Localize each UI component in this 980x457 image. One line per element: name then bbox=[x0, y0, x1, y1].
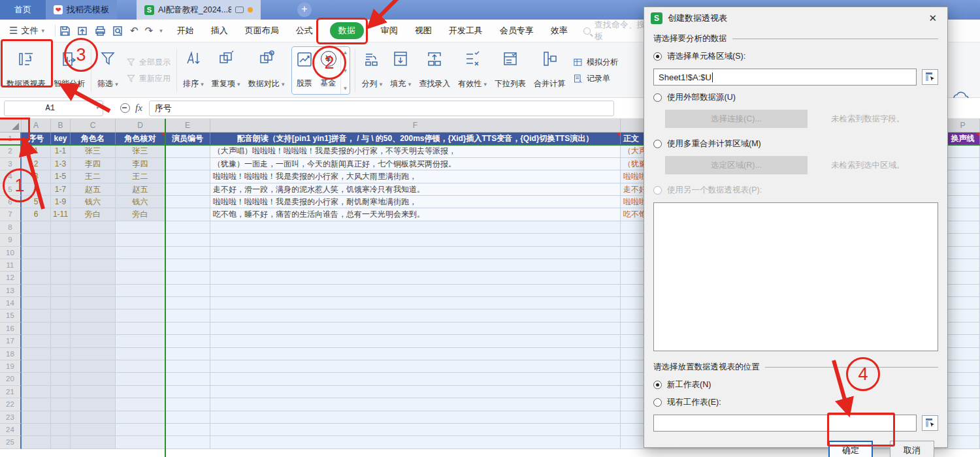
ribbon-tab-数据[interactable]: 数据 bbox=[330, 22, 364, 39]
location-picker-button[interactable] bbox=[922, 415, 938, 431]
cell-F2[interactable]: （大声唱）啦啦啦！啦啦啦！我是卖报的小行家，不等天明去等派报， bbox=[210, 145, 621, 157]
radio-existing-worksheet[interactable]: 现有工作表(E): bbox=[653, 397, 938, 408]
cell-A22[interactable] bbox=[22, 398, 51, 411]
new-tab-button[interactable]: + bbox=[297, 3, 312, 17]
row-header-1[interactable]: 1 bbox=[0, 133, 22, 145]
cell-D12[interactable] bbox=[116, 272, 165, 284]
cell-A14[interactable] bbox=[22, 297, 51, 309]
column-header-B[interactable]: B bbox=[51, 119, 71, 132]
cell-P25[interactable] bbox=[946, 436, 980, 449]
row-header-11[interactable]: 11 bbox=[0, 259, 22, 272]
fill-button[interactable]: 填充 ▾ bbox=[386, 46, 415, 95]
stock-button[interactable]: 股票 bbox=[292, 47, 317, 94]
cell-B2[interactable]: 1-1 bbox=[51, 145, 71, 157]
cell-E21[interactable] bbox=[165, 386, 210, 398]
cancel-button[interactable]: 取消 bbox=[890, 441, 934, 457]
cell-E12[interactable] bbox=[165, 272, 210, 284]
cell-D17[interactable] bbox=[116, 335, 165, 347]
radio-button-icon[interactable] bbox=[653, 52, 662, 61]
cell-A10[interactable] bbox=[22, 247, 51, 259]
radio-button-icon[interactable] bbox=[653, 398, 662, 407]
cell-D22[interactable] bbox=[116, 398, 165, 411]
cell-C21[interactable] bbox=[71, 386, 116, 398]
cell-A1[interactable]: 序号 bbox=[22, 133, 51, 145]
row-header-22[interactable]: 22 bbox=[0, 398, 22, 411]
cell-P23[interactable] bbox=[946, 411, 980, 424]
cell-P5[interactable] bbox=[946, 183, 980, 196]
select-all-button[interactable] bbox=[0, 119, 22, 132]
cell-B12[interactable] bbox=[51, 272, 71, 284]
cell-D8[interactable] bbox=[116, 221, 165, 234]
cell-A2[interactable]: 1 bbox=[22, 145, 51, 157]
cell-B4[interactable]: 1-5 bbox=[51, 170, 71, 183]
cell-P9[interactable] bbox=[946, 234, 980, 246]
fx-icon[interactable]: fx bbox=[135, 102, 142, 114]
cell-D5[interactable]: 赵五 bbox=[116, 183, 165, 196]
cell-E25[interactable] bbox=[165, 436, 210, 449]
row-header-14[interactable]: 14 bbox=[0, 297, 22, 309]
column-header-E[interactable]: E bbox=[165, 119, 210, 132]
column-header-D[interactable]: D bbox=[116, 119, 165, 132]
ribbon-tab-效率[interactable]: 效率 bbox=[551, 25, 568, 37]
cell-B14[interactable] bbox=[51, 297, 71, 309]
cell-F3[interactable]: （犹豫）一面走，一面叫，今天的新闻真正好，七个铜板就买两份报。 bbox=[210, 158, 621, 170]
print-icon[interactable] bbox=[95, 25, 106, 37]
formula-input[interactable]: 序号 bbox=[149, 101, 614, 116]
cell-P19[interactable] bbox=[946, 360, 980, 373]
cell-F22[interactable] bbox=[210, 398, 621, 411]
cell-E19[interactable] bbox=[165, 360, 210, 373]
cell-F10[interactable] bbox=[210, 247, 621, 259]
cell-P4[interactable] bbox=[946, 170, 980, 183]
cell-D6[interactable]: 钱六 bbox=[116, 196, 165, 208]
cell-D3[interactable]: 李四 bbox=[116, 158, 165, 170]
cell-D24[interactable] bbox=[116, 424, 165, 436]
column-header-P[interactable]: P bbox=[946, 119, 980, 132]
cell-B23[interactable] bbox=[51, 411, 71, 424]
cell-F23[interactable] bbox=[210, 411, 621, 424]
cell-B22[interactable] bbox=[51, 398, 71, 411]
dialog-title-bar[interactable]: S 创建数据透视表 ✕ bbox=[644, 7, 947, 28]
cell-C2[interactable]: 张三 bbox=[71, 145, 116, 157]
cell-A16[interactable] bbox=[22, 323, 51, 335]
cell-E24[interactable] bbox=[165, 424, 210, 436]
text-to-columns-button[interactable]: 分列 ▾ bbox=[357, 46, 386, 95]
ribbon-tab-开始[interactable]: 开始 bbox=[177, 25, 194, 37]
cell-C16[interactable] bbox=[71, 323, 116, 335]
cell-P12[interactable] bbox=[946, 272, 980, 284]
file-menu[interactable]: ☰ 文件 ▾ bbox=[0, 25, 51, 37]
ribbon-tab-开发工具[interactable]: 开发工具 bbox=[449, 25, 483, 37]
cell-F18[interactable] bbox=[210, 348, 621, 360]
cell-F12[interactable] bbox=[210, 272, 621, 284]
close-icon[interactable]: ✕ bbox=[924, 12, 941, 24]
cell-E10[interactable] bbox=[165, 247, 210, 259]
cell-C1[interactable]: 角色名 bbox=[71, 133, 116, 145]
cell-C4[interactable]: 王二 bbox=[71, 170, 116, 183]
cell-E22[interactable] bbox=[165, 398, 210, 411]
cell-P11[interactable] bbox=[946, 259, 980, 272]
cell-F7[interactable]: 吃不饱，睡不好，痛苦的生活向谁告，总有一天光明会来到。 bbox=[210, 208, 621, 221]
cell-P3[interactable] bbox=[946, 158, 980, 170]
row-header-20[interactable]: 20 bbox=[0, 373, 22, 385]
cell-P24[interactable] bbox=[946, 424, 980, 436]
cell-A3[interactable]: 2 bbox=[22, 158, 51, 170]
cell-D11[interactable] bbox=[116, 259, 165, 272]
cell-C7[interactable]: 旁白 bbox=[71, 208, 116, 221]
cell-F21[interactable] bbox=[210, 386, 621, 398]
radio-multi-consolidation[interactable]: 使用多重合并计算区域(M) bbox=[653, 138, 938, 150]
column-header-A[interactable]: A bbox=[22, 119, 51, 132]
cell-A13[interactable] bbox=[22, 285, 51, 297]
cell-C8[interactable] bbox=[71, 221, 116, 234]
column-header-F[interactable]: F bbox=[210, 119, 621, 132]
validation-button[interactable]: 有效性 ▾ bbox=[454, 46, 491, 95]
radio-new-worksheet[interactable]: 新工作表(N) bbox=[653, 379, 938, 390]
tab-docer-templates[interactable]: ❤ 找稻壳模板 bbox=[46, 0, 117, 20]
cell-D25[interactable] bbox=[116, 436, 165, 449]
cell-F13[interactable] bbox=[210, 285, 621, 297]
radio-cell-range[interactable]: 请选择单元格区域(S): bbox=[653, 51, 938, 62]
cell-P1[interactable]: 换声线 bbox=[946, 133, 980, 145]
row-header-9[interactable]: 9 bbox=[0, 234, 22, 246]
cell-C17[interactable] bbox=[71, 335, 116, 347]
existing-location-input[interactable] bbox=[653, 415, 917, 432]
cell-A19[interactable] bbox=[22, 360, 51, 373]
cell-E13[interactable] bbox=[165, 285, 210, 297]
